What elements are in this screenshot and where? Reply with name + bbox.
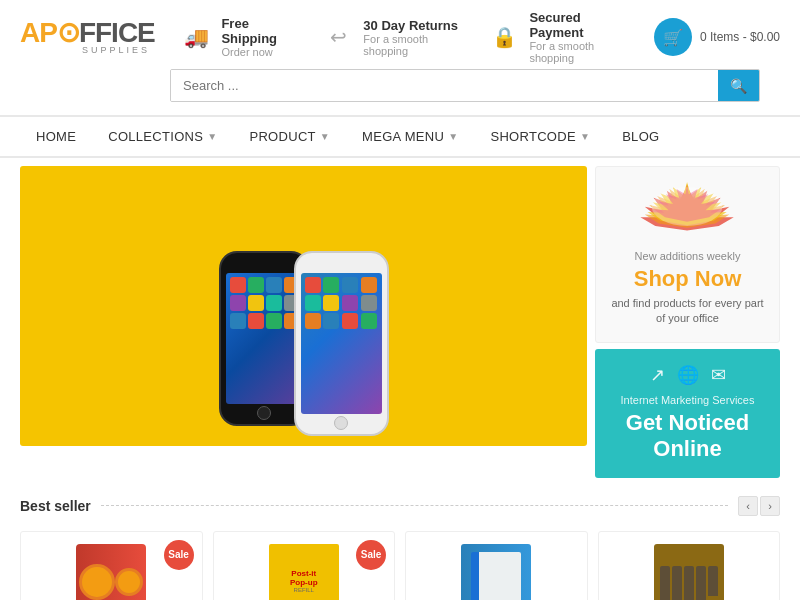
prev-arrow[interactable]: ‹ (738, 496, 758, 516)
nav-item-shortcode[interactable]: SHORTCODE ▼ (474, 117, 606, 156)
product-card-tape[interactable]: Sale (20, 531, 203, 600)
product-card-binder[interactable] (405, 531, 588, 600)
share-icon: ↗ (650, 364, 665, 386)
best-seller-header: Best seller ‹ › (20, 496, 780, 516)
logo-ap: AP (20, 17, 57, 48)
nav-label-collections: COLLECTIONS (108, 129, 203, 144)
nav-item-home[interactable]: HOME (20, 117, 92, 156)
sidebar-banners: New additions weekly Shop Now and find p… (595, 166, 780, 478)
mail-icon: ✉ (711, 364, 726, 386)
feature-returns: ↩ 30 Day Returns For a smooth shopping (322, 10, 468, 64)
shipping-icon: 🚚 (180, 19, 213, 55)
get-noticed-text: Get Noticed Online (626, 410, 749, 461)
dashed-divider (101, 505, 728, 506)
svg-point-4 (652, 187, 722, 226)
product-card-organizer[interactable] (598, 531, 781, 600)
best-seller-title: Best seller (20, 498, 91, 514)
sale-badge-postit: Sale (356, 540, 386, 570)
nav-link-product[interactable]: PRODUCT ▼ (233, 117, 346, 156)
cart-text: 0 Items - $0.00 (700, 30, 780, 44)
nav-label-blog: BLOG (622, 129, 659, 144)
main-content: New additions weekly Shop Now and find p… (0, 158, 800, 486)
product-dropdown-icon: ▼ (320, 131, 330, 142)
payment-subtitle: For a smooth shopping (529, 40, 634, 64)
feature-payment: 🔒 Secured Payment For a smooth shopping (488, 10, 634, 64)
returns-title: 30 Day Returns (363, 18, 468, 33)
service-title: Internet Marketing Services (605, 394, 770, 406)
collections-dropdown-icon: ▼ (207, 131, 217, 142)
search-input[interactable] (171, 70, 718, 101)
payment-icon: 🔒 (488, 19, 521, 55)
organizer-slots (657, 563, 721, 600)
shipping-title: Free Shipping (221, 16, 301, 46)
logo-dot: ⊙ (57, 17, 79, 48)
get-noticed: Get Noticed Online (605, 410, 770, 463)
confetti-graphic (606, 182, 769, 242)
binder-inner (471, 552, 521, 600)
logo-text: AP⊙FFICE (20, 19, 150, 47)
phone-screen-white (301, 273, 382, 414)
nav-list: HOME COLLECTIONS ▼ PRODUCT ▼ MEGA MENU ▼… (20, 117, 780, 156)
sidebar-desc: and find products for every part of your… (606, 296, 769, 327)
nav-label-mega-menu: MEGA MENU (362, 129, 444, 144)
nav-link-collections[interactable]: COLLECTIONS ▼ (92, 117, 233, 156)
logo-ffice: FFICE (79, 17, 155, 48)
shipping-subtitle: Order now (221, 46, 301, 58)
logo[interactable]: AP⊙FFICE SUPPLIES (20, 19, 150, 55)
next-arrow[interactable]: › (760, 496, 780, 516)
organizer-product-img (654, 544, 724, 600)
feature-shipping: 🚚 Free Shipping Order now (180, 10, 302, 64)
nav-label-product: PRODUCT (249, 129, 315, 144)
nav-link-mega-menu[interactable]: MEGA MENU ▼ (346, 117, 474, 156)
marketing-icons-row: ↗ 🌐 ✉ (605, 364, 770, 386)
search-container: 🔍 (0, 69, 800, 115)
hero-banner[interactable] (20, 166, 587, 446)
organizer-image-area (609, 542, 770, 600)
returns-icon: ↩ (322, 19, 355, 55)
sidebar-shop-now: Shop Now (606, 266, 769, 292)
main-nav: HOME COLLECTIONS ▼ PRODUCT ▼ MEGA MENU ▼… (0, 115, 800, 158)
search-bar: 🔍 (170, 69, 760, 102)
products-grid: Sale Sale Post-itPop-up REFILL (0, 531, 800, 600)
nav-link-home[interactable]: HOME (20, 117, 92, 156)
home-button-black (257, 406, 271, 420)
returns-text: 30 Day Returns For a smooth shopping (363, 18, 468, 57)
payment-title: Secured Payment (529, 10, 634, 40)
nav-link-shortcode[interactable]: SHORTCODE ▼ (474, 117, 606, 156)
sidebar-bottom-banner[interactable]: ↗ 🌐 ✉ Internet Marketing Services Get No… (595, 349, 780, 478)
binder-image-area (416, 542, 577, 600)
megamenu-dropdown-icon: ▼ (448, 131, 458, 142)
search-button[interactable]: 🔍 (718, 70, 759, 101)
postit-product-img: Post-itPop-up REFILL (269, 544, 339, 600)
cart-icon: 🛒 (654, 18, 692, 56)
carousel-arrows: ‹ › (738, 496, 780, 516)
home-button-white (334, 416, 348, 430)
nav-label-shortcode: SHORTCODE (490, 129, 576, 144)
sidebar-top-banner[interactable]: New additions weekly Shop Now and find p… (595, 166, 780, 343)
sale-badge-tape: Sale (164, 540, 194, 570)
returns-subtitle: For a smooth shopping (363, 33, 468, 57)
hero-phones (219, 166, 389, 446)
white-phone (294, 251, 389, 436)
globe-icon: 🌐 (677, 364, 699, 386)
shortcode-dropdown-icon: ▼ (580, 131, 590, 142)
binder-product-img (461, 544, 531, 600)
sidebar-new-additions: New additions weekly (606, 250, 769, 262)
product-card-postit[interactable]: Sale Post-itPop-up REFILL (213, 531, 396, 600)
cart-area[interactable]: 🛒 0 Items - $0.00 (654, 18, 780, 56)
nav-item-blog[interactable]: BLOG (606, 117, 675, 156)
nav-label-home: HOME (36, 129, 76, 144)
nav-item-mega-menu[interactable]: MEGA MENU ▼ (346, 117, 474, 156)
header: AP⊙FFICE SUPPLIES 🚚 Free Shipping Order … (0, 0, 800, 69)
nav-item-product[interactable]: PRODUCT ▼ (233, 117, 346, 156)
features-bar: 🚚 Free Shipping Order now ↩ 30 Day Retur… (180, 10, 634, 64)
best-seller-section: Best seller ‹ › (0, 486, 800, 531)
phone-screen-black (226, 273, 302, 404)
payment-text: Secured Payment For a smooth shopping (529, 10, 634, 64)
nav-item-collections[interactable]: COLLECTIONS ▼ (92, 117, 233, 156)
nav-link-blog[interactable]: BLOG (606, 117, 675, 156)
shipping-text: Free Shipping Order now (221, 16, 301, 58)
tape-product-img (76, 544, 146, 600)
